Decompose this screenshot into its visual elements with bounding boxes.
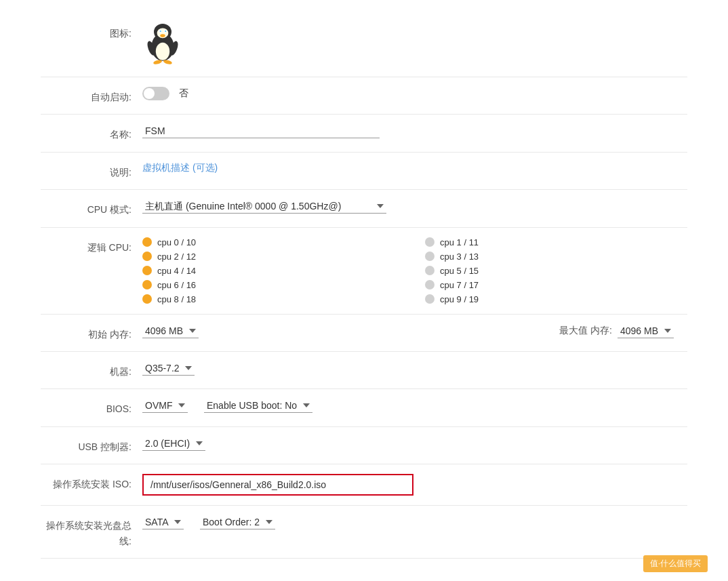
cpu-item-0[interactable]: cpu 0 / 10 bbox=[142, 237, 405, 247]
svg-point-1 bbox=[156, 43, 169, 60]
vm-settings-form: 图标: bbox=[0, 0, 728, 581]
cpu-label-2: cpu 2 / 12 bbox=[157, 252, 196, 262]
cpu-item-6[interactable]: cpu 6 / 16 bbox=[142, 280, 405, 290]
cpu-item-4[interactable]: cpu 4 / 14 bbox=[142, 266, 405, 276]
cpu-dot-3 bbox=[425, 252, 434, 261]
os-disc-select[interactable]: SATA bbox=[142, 515, 184, 529]
cpu-mode-select[interactable]: 主机直通 (Genuine Intel® 0000 @ 1.50GHz@) bbox=[142, 199, 386, 214]
os-iso-label: 操作系统安装 ISO: bbox=[41, 474, 142, 492]
machine-row: 机器: Q35-7.2 bbox=[41, 352, 687, 389]
cpu-dot-2 bbox=[142, 252, 152, 261]
cpu-label-3: cpu 3 / 13 bbox=[440, 252, 479, 262]
max-memory-label: 最大值 内存: bbox=[559, 325, 612, 337]
os-iso-row: 操作系统安装 ISO: bbox=[41, 464, 687, 506]
cpu-label-7: cpu 7 / 17 bbox=[440, 280, 479, 290]
name-row: 名称: bbox=[41, 115, 687, 152]
cpu-dot-1 bbox=[425, 237, 434, 247]
svg-point-6 bbox=[160, 31, 161, 32]
icon-row: 图标: bbox=[41, 14, 687, 77]
init-memory-label: 初始 内存: bbox=[41, 324, 142, 342]
bios-row: BIOS: OVMF Enable USB boot: No bbox=[41, 389, 687, 426]
bios-select[interactable]: OVMF bbox=[142, 399, 188, 413]
max-memory-right: 最大值 内存: 4096 MB bbox=[559, 324, 674, 338]
cpu-dot-4 bbox=[142, 266, 152, 275]
logical-cpu-row: 逻辑 CPU: cpu 0 / 10cpu 1 / 11cpu 2 / 12cp… bbox=[41, 228, 687, 315]
autostart-content: 否 bbox=[142, 87, 687, 100]
machine-label: 机器: bbox=[41, 361, 142, 379]
usb-controller-select[interactable]: 2.0 (EHCI) bbox=[142, 437, 205, 451]
autostart-value: 否 bbox=[179, 87, 188, 100]
os-disc-content: SATA Boot Order: 2 bbox=[142, 515, 687, 529]
cpu-label-9: cpu 9 / 19 bbox=[440, 294, 479, 304]
init-memory-left: 4096 MB bbox=[142, 324, 199, 338]
cpu-item-5[interactable]: cpu 5 / 15 bbox=[425, 266, 687, 276]
bios-content: OVMF Enable USB boot: No bbox=[142, 399, 687, 413]
cpu-label-5: cpu 5 / 15 bbox=[440, 266, 479, 276]
cpu-label-8: cpu 8 / 18 bbox=[157, 294, 196, 304]
cpu-dot-5 bbox=[425, 266, 434, 275]
cpu-grid: cpu 0 / 10cpu 1 / 11cpu 2 / 12cpu 3 / 13… bbox=[142, 237, 687, 304]
autostart-label: 自动启动: bbox=[41, 87, 142, 104]
desc-row: 说明: 虚拟机描述 (可选) bbox=[41, 153, 687, 190]
os-disc-label: 操作系统安装光盘总线: bbox=[41, 515, 142, 548]
desc-label: 说明: bbox=[41, 162, 142, 180]
name-label: 名称: bbox=[41, 124, 142, 142]
usb-boot-select[interactable]: Enable USB boot: No bbox=[204, 399, 312, 413]
cpu-item-2[interactable]: cpu 2 / 12 bbox=[142, 252, 405, 262]
cpu-item-9[interactable]: cpu 9 / 19 bbox=[425, 294, 687, 304]
usb-controller-row: USB 控制器: 2.0 (EHCI) bbox=[41, 427, 687, 464]
autostart-toggle[interactable] bbox=[142, 87, 169, 100]
cpu-mode-content: 主机直通 (Genuine Intel® 0000 @ 1.50GHz@) bbox=[142, 199, 687, 214]
memory-full-row: 4096 MB 最大值 内存: 4096 MB bbox=[142, 324, 687, 338]
logical-cpu-label: 逻辑 CPU: bbox=[41, 237, 142, 255]
cpu-label-4: cpu 4 / 14 bbox=[157, 266, 196, 276]
watermark: 值·什么值得买 bbox=[643, 555, 708, 572]
desc-content: 虚拟机描述 (可选) bbox=[142, 162, 687, 174]
cpu-item-3[interactable]: cpu 3 / 13 bbox=[425, 252, 687, 262]
boot-order-select[interactable]: Boot Order: 2 bbox=[200, 515, 275, 529]
os-iso-content bbox=[142, 474, 687, 496]
cpu-item-7[interactable]: cpu 7 / 17 bbox=[425, 280, 687, 290]
icon-label: 图标: bbox=[41, 23, 142, 41]
os-disc-row: 操作系统安装光盘总线: SATA Boot Order: 2 bbox=[41, 506, 687, 559]
bios-label: BIOS: bbox=[41, 399, 142, 416]
autostart-row: 自动启动: 否 bbox=[41, 77, 687, 115]
os-iso-input[interactable] bbox=[150, 479, 405, 490]
cpu-label-1: cpu 1 / 11 bbox=[440, 237, 479, 247]
name-input[interactable] bbox=[142, 124, 380, 138]
icon-content bbox=[142, 23, 687, 67]
max-memory-select[interactable]: 4096 MB bbox=[618, 324, 674, 338]
svg-point-7 bbox=[165, 31, 166, 32]
cpu-item-1[interactable]: cpu 1 / 11 bbox=[425, 237, 687, 247]
cpu-label-6: cpu 6 / 16 bbox=[157, 280, 196, 290]
linux-tux-icon bbox=[142, 23, 183, 67]
usb-controller-label: USB 控制器: bbox=[41, 437, 142, 454]
memory-row: 初始 内存: 4096 MB 最大值 内存: 4096 MB bbox=[41, 315, 687, 352]
machine-select[interactable]: Q35-7.2 bbox=[142, 361, 195, 376]
machine-content: Q35-7.2 bbox=[142, 361, 687, 376]
memory-content: 4096 MB 最大值 内存: 4096 MB bbox=[142, 324, 687, 338]
cpu-dot-6 bbox=[142, 280, 152, 289]
init-memory-select[interactable]: 4096 MB bbox=[142, 324, 199, 338]
name-content bbox=[142, 124, 687, 138]
iso-field-container bbox=[142, 474, 413, 496]
cpu-dot-8 bbox=[142, 294, 152, 304]
cpu-label-0: cpu 0 / 10 bbox=[157, 237, 196, 247]
logical-cpu-content: cpu 0 / 10cpu 1 / 11cpu 2 / 12cpu 3 / 13… bbox=[142, 237, 687, 304]
usb-controller-content: 2.0 (EHCI) bbox=[142, 437, 687, 451]
cpu-mode-row: CPU 模式: 主机直通 (Genuine Intel® 0000 @ 1.50… bbox=[41, 190, 687, 227]
cpu-dot-7 bbox=[425, 280, 434, 289]
cpu-item-8[interactable]: cpu 8 / 18 bbox=[142, 294, 405, 304]
cpu-dot-9 bbox=[425, 294, 434, 304]
cpu-mode-label: CPU 模式: bbox=[41, 199, 142, 217]
svg-point-8 bbox=[160, 34, 165, 37]
desc-link[interactable]: 虚拟机描述 (可选) bbox=[142, 162, 218, 174]
cpu-dot-0 bbox=[142, 237, 152, 247]
